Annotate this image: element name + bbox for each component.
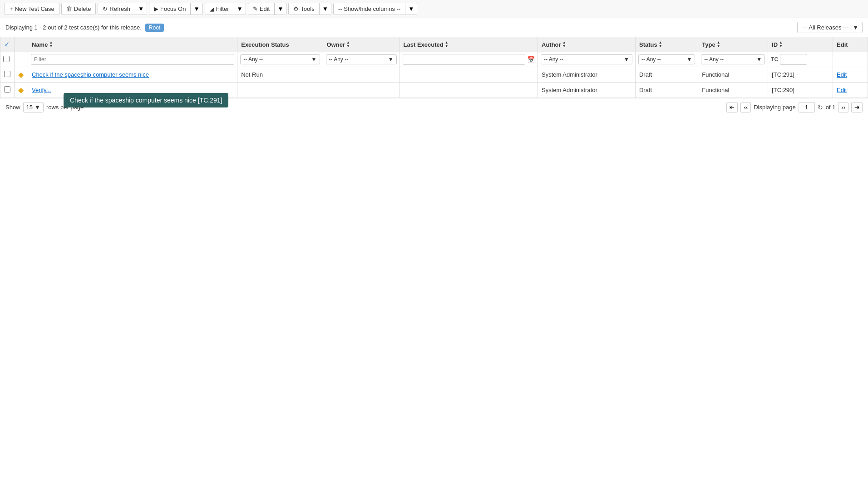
- filter-owner-cell: -- Any -- ▼: [323, 52, 399, 67]
- owner-sort-arrows: ▲▼: [346, 41, 350, 48]
- th-type[interactable]: Type ▲▼: [698, 37, 768, 52]
- page-number-input[interactable]: [799, 102, 815, 112]
- row2-tc-id: [TC:290]: [772, 87, 794, 93]
- filter-arrow-button[interactable]: ▼: [234, 3, 246, 15]
- page-prev-button[interactable]: ‹‹: [740, 102, 751, 112]
- page-last-button[interactable]: ⇥: [851, 102, 863, 112]
- type-sort-arrows: ▲▼: [717, 41, 720, 48]
- chevron-down-icon: ▼: [193, 5, 199, 12]
- row2-type-cell: Functional: [698, 83, 768, 98]
- row2-checkbox[interactable]: [4, 86, 10, 93]
- tools-label: Tools: [301, 5, 314, 12]
- filter-split-button[interactable]: ◢ Filter ▼: [205, 3, 246, 15]
- filter-row: -- Any -- ▼ -- Any -- ▼ 📅: [0, 52, 868, 67]
- row1-execution-status: Not Run: [241, 71, 263, 78]
- row2-cb-cell: [0, 83, 15, 98]
- page-next-button[interactable]: ››: [838, 102, 848, 112]
- row1-tc-icon: ◆: [18, 71, 24, 78]
- chevron-down-icon: ▼: [686, 56, 692, 63]
- refresh-split-button[interactable]: ↻ Refresh ▼: [98, 3, 147, 15]
- filter-owner-select[interactable]: -- Any -- ▼: [326, 54, 397, 64]
- th-owner[interactable]: Owner ▲▼: [323, 37, 399, 52]
- page-refresh-button[interactable]: ↻: [818, 104, 823, 111]
- test-cases-table-container: ✓ Name ▲▼ Execution Status Owner ▲▼: [0, 37, 868, 98]
- row2-edit-cell: Edit: [833, 83, 868, 98]
- filter-type-select[interactable]: -- Any -- ▼: [701, 54, 765, 64]
- row1-name-link[interactable]: Check if the spaceship computer seems ni…: [32, 71, 149, 78]
- page-size-value: 15: [26, 104, 33, 111]
- refresh-arrow-button[interactable]: ▼: [135, 3, 147, 15]
- th-author-label: Author: [542, 41, 561, 48]
- refresh-icon: ↻: [103, 5, 108, 12]
- filter-id-input[interactable]: [780, 54, 807, 65]
- show-hide-arrow-button[interactable]: ▼: [405, 3, 417, 15]
- filter-author-any: -- Any --: [544, 56, 563, 63]
- filter-main-button[interactable]: ◢ Filter: [205, 3, 234, 15]
- show-hide-split-button[interactable]: -- Show/hide columns -- ▼: [333, 3, 417, 15]
- page-first-button[interactable]: ⇤: [726, 102, 738, 112]
- th-edit-label: Edit: [837, 41, 848, 48]
- show-hide-label: -- Show/hide columns --: [338, 5, 400, 12]
- th-name[interactable]: Name ▲▼: [28, 37, 237, 52]
- filter-checkbox[interactable]: [3, 56, 10, 62]
- filter-label: Filter: [216, 5, 229, 12]
- filter-type-cell: -- Any -- ▼: [698, 52, 768, 67]
- new-test-case-button[interactable]: + New Test Case: [5, 3, 59, 15]
- row1-edit-cell: Edit: [833, 67, 868, 83]
- filter-edit-cell: [833, 52, 868, 67]
- tools-arrow-button[interactable]: ▼: [319, 3, 331, 15]
- filter-last-executed-input[interactable]: [403, 54, 525, 65]
- th-type-label: Type: [702, 41, 715, 48]
- row1-checkbox[interactable]: [4, 71, 10, 77]
- row2-name-link[interactable]: Verify...: [32, 87, 51, 93]
- author-sort-arrows: ▲▼: [562, 41, 566, 48]
- show-label: Show: [5, 104, 20, 111]
- all-releases-select[interactable]: --- All Releases --- ▼: [797, 22, 863, 33]
- edit-main-button[interactable]: ✎ Edit: [248, 3, 274, 15]
- row1-tc-id: [TC:291]: [772, 71, 794, 78]
- chevron-down-icon: ▼: [756, 56, 762, 63]
- filter-execution-any: -- Any --: [243, 56, 263, 63]
- root-badge: Root: [145, 24, 164, 32]
- row2-name-cell: Verify...: [28, 83, 237, 98]
- filter-execution-select[interactable]: -- Any -- ▼: [240, 54, 320, 64]
- filter-author-cell: -- Any -- ▼: [538, 52, 636, 67]
- th-owner-label: Owner: [327, 41, 345, 48]
- th-author[interactable]: Author ▲▼: [538, 37, 636, 52]
- th-last-executed-label: Last Executed: [404, 41, 444, 48]
- check-all-icon: ✓: [4, 41, 10, 48]
- calendar-icon[interactable]: 📅: [527, 56, 535, 63]
- last-executed-sort-arrows: ▲▼: [445, 41, 449, 48]
- chevron-down-icon: ▼: [237, 5, 243, 12]
- focus-on-arrow-button[interactable]: ▼: [190, 3, 202, 15]
- name-sort-arrows: ▲▼: [49, 41, 53, 48]
- tools-main-button[interactable]: ⚙ Tools: [289, 3, 319, 15]
- th-last-executed[interactable]: Last Executed ▲▼: [399, 37, 538, 52]
- focus-icon: ▶: [154, 5, 158, 12]
- tools-split-button[interactable]: ⚙ Tools ▼: [288, 3, 331, 15]
- row2-tc-icon: ◆: [18, 86, 24, 94]
- chevron-down-icon: ▼: [311, 56, 317, 63]
- row1-last-executed-cell: [399, 67, 538, 83]
- row2-edit-link[interactable]: Edit: [837, 87, 847, 93]
- delete-button[interactable]: 🗑 Delete: [61, 3, 96, 15]
- th-id[interactable]: ID ▲▼: [768, 37, 833, 52]
- page-size-select[interactable]: 15 ▼: [23, 102, 44, 112]
- focus-on-split-button[interactable]: ▶ Focus On ▼: [149, 3, 203, 15]
- chevron-down-icon: ▼: [624, 56, 629, 63]
- filter-name-input[interactable]: [31, 54, 234, 65]
- filter-icon-cell: [15, 52, 28, 67]
- focus-on-main-button[interactable]: ▶ Focus On: [149, 3, 190, 15]
- filter-status-select[interactable]: -- Any -- ▼: [638, 54, 695, 64]
- table-row: ◆ Check if the spaceship computer seems …: [0, 67, 868, 83]
- th-status[interactable]: Status ▲▼: [635, 37, 698, 52]
- delete-label: Delete: [74, 5, 91, 12]
- filter-author-select[interactable]: -- Any -- ▼: [541, 54, 632, 64]
- chevron-down-icon: ▼: [35, 104, 40, 111]
- refresh-main-button[interactable]: ↻ Refresh: [98, 3, 135, 15]
- edit-split-button[interactable]: ✎ Edit ▼: [248, 3, 287, 15]
- of-label: of 1: [826, 104, 836, 111]
- show-hide-main-button[interactable]: -- Show/hide columns --: [334, 3, 405, 15]
- edit-arrow-button[interactable]: ▼: [274, 3, 286, 15]
- row1-edit-link[interactable]: Edit: [837, 71, 847, 78]
